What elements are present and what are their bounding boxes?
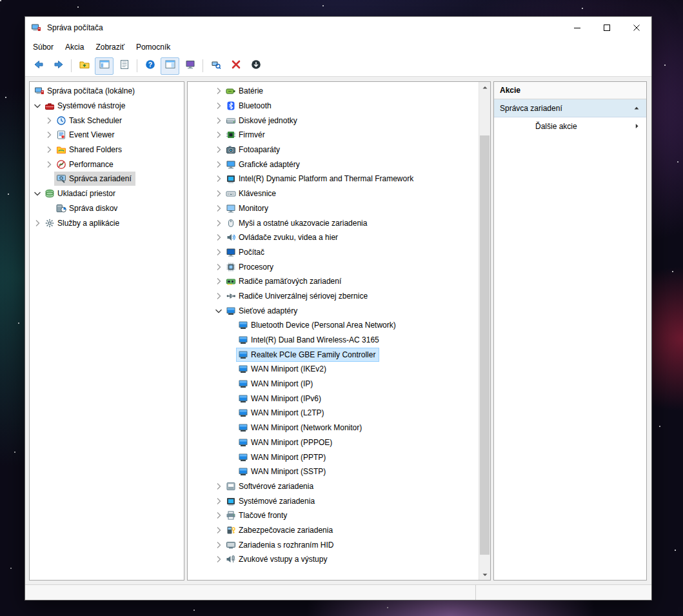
scan-hardware-button[interactable] (206, 57, 225, 75)
title-bar[interactable]: Správa počítača (25, 17, 651, 39)
tree-item[interactable]: Správca zariadení (30, 172, 184, 186)
tree-item-content[interactable]: Task Scheduler (54, 114, 126, 128)
close-button[interactable] (622, 17, 651, 39)
tree-item[interactable]: Shared Folders (30, 143, 184, 157)
scrollbar-track[interactable] (479, 93, 490, 569)
tree-item-content[interactable]: WAN Miniport (SSTP) (236, 464, 330, 479)
more-actions-item[interactable]: Ďalšie akcie (494, 117, 646, 135)
tree-item[interactable]: Intel(R) Dual Band Wireless-AC 3165 (188, 333, 479, 348)
chevron-down-icon[interactable] (32, 101, 43, 111)
remote-monitor-button[interactable] (181, 57, 199, 75)
forward-button[interactable] (49, 57, 68, 75)
chevron-right-icon[interactable] (213, 496, 224, 506)
minimize-button[interactable] (562, 17, 592, 39)
chevron-right-icon[interactable] (213, 481, 224, 492)
tree-item-content[interactable]: Intel(R) Dual Band Wireless-AC 3165 (236, 333, 383, 347)
chevron-right-icon[interactable] (44, 130, 54, 140)
tree-item-content[interactable]: Fotoaparáty (224, 143, 284, 157)
chevron-right-icon[interactable] (44, 159, 54, 170)
tree-item[interactable]: Task Scheduler (30, 113, 184, 128)
tree-item[interactable]: Myši a ostatné ukazovacie zariadenia (188, 215, 479, 230)
tree-item[interactable]: WAN Miniport (PPTP) (188, 450, 479, 464)
tree-item[interactable]: Klávesnice (188, 186, 479, 201)
chevron-right-icon[interactable] (213, 540, 224, 550)
tree-item-content[interactable]: Správa počítača (lokálne) (32, 84, 139, 98)
tree-item[interactable]: Zariadenia s rozhraním HID (188, 537, 479, 552)
scrollbar-thumb[interactable] (480, 135, 490, 554)
tree-item-content[interactable]: Sieťové adaptéry (224, 304, 301, 318)
chevron-right-icon[interactable] (213, 291, 224, 301)
tree-item[interactable]: Realtek PCIe GBE Family Controller (188, 347, 479, 362)
tree-item[interactable]: Softvérové zariadenia (188, 479, 479, 494)
maximize-button[interactable] (592, 17, 622, 39)
tree-item-content[interactable]: Ovládače zvuku, videa a hier (224, 230, 342, 244)
chevron-right-icon[interactable] (213, 130, 224, 140)
tree-item-content[interactable]: Správca zariadení (54, 172, 135, 186)
scroll-down-button[interactable] (479, 569, 490, 580)
chevron-right-icon[interactable] (44, 144, 54, 155)
tree-item-content[interactable]: WAN Miniport (IP) (236, 377, 317, 391)
tree-item-content[interactable]: Správa diskov (54, 201, 121, 215)
chevron-right-icon[interactable] (213, 276, 224, 286)
tree-item-content[interactable]: Zvukové vstupy a výstupy (224, 552, 331, 566)
tree-item[interactable]: Monitory (188, 201, 479, 216)
tree-item-content[interactable]: Grafické adaptéry (224, 157, 304, 172)
chevron-right-icon[interactable] (213, 203, 224, 214)
actions-section-device-manager[interactable]: Správca zariadení (494, 99, 646, 117)
tree-item[interactable]: Systémové zariadenia (188, 493, 479, 508)
tree-item-content[interactable]: Procesory (224, 260, 277, 274)
chevron-down-icon[interactable] (213, 306, 224, 316)
update-driver-button[interactable] (246, 57, 265, 75)
tree-item-content[interactable]: WAN Miniport (Network Monitor) (236, 421, 366, 435)
tree-item[interactable]: Tlačové fronty (188, 508, 479, 523)
scroll-up-button[interactable] (479, 82, 490, 93)
tree-item[interactable]: Sieťové adaptéry (188, 303, 479, 318)
tree-item-content[interactable]: Radiče Univerzálnej sériovej zbernice (224, 289, 371, 303)
chevron-right-icon[interactable] (213, 86, 224, 96)
tree-item-content[interactable]: Performance (54, 157, 117, 172)
help-button[interactable]: ? (141, 57, 159, 75)
tree-item-content[interactable]: Realtek PCIe GBE Family Controller (236, 348, 379, 362)
chevron-right-icon[interactable] (213, 159, 224, 170)
chevron-right-icon[interactable] (213, 218, 224, 228)
chevron-right-icon[interactable] (213, 144, 224, 155)
tree-item[interactable]: WAN Miniport (Network Monitor) (188, 421, 479, 435)
tree-item[interactable]: WAN Miniport (IP) (188, 377, 479, 392)
tree-item[interactable]: Firmvér (188, 128, 479, 143)
tree-item[interactable]: WAN Miniport (IKEv2) (188, 362, 479, 377)
tree-item[interactable]: Fotoaparáty (188, 143, 479, 157)
tree-item[interactable]: Performance (30, 157, 184, 172)
tree-item[interactable]: Zabezpečovacie zariadenia (188, 523, 479, 538)
tree-item-content[interactable]: Firmvér (224, 128, 269, 142)
tree-item-content[interactable]: Klávesnice (224, 186, 280, 201)
tree-item[interactable]: Procesory (188, 259, 479, 274)
tree-item-content[interactable]: Shared Folders (54, 143, 126, 157)
tree-item[interactable]: WAN Miniport (IPv6) (188, 391, 479, 406)
chevron-right-icon[interactable] (213, 262, 224, 272)
chevron-right-icon[interactable] (44, 115, 54, 126)
console-tree-button[interactable] (95, 57, 114, 75)
chevron-right-icon[interactable] (213, 247, 224, 257)
tree-item[interactable]: Intel(R) Dynamic Platform and Thermal Fr… (188, 172, 479, 186)
tree-item[interactable]: WAN Miniport (PPPOE) (188, 435, 479, 450)
chevron-right-icon[interactable] (213, 510, 224, 521)
tree-item[interactable]: Radiče Univerzálnej sériovej zbernice (188, 289, 479, 304)
tree-item-content[interactable]: Bluetooth (224, 99, 275, 113)
action-pane-button[interactable] (161, 57, 179, 75)
tree-item-content[interactable]: WAN Miniport (L2TP) (236, 406, 328, 420)
tree-item-content[interactable]: WAN Miniport (PPTP) (236, 450, 330, 464)
tree-item-content[interactable]: Systémové zariadenia (224, 494, 319, 508)
list-view-button[interactable] (115, 57, 134, 75)
menu-subor[interactable]: Súbor (27, 40, 59, 54)
tree-item[interactable]: Batérie (188, 84, 479, 99)
chevron-right-icon[interactable] (213, 525, 224, 535)
tree-item-content[interactable]: Počítač (224, 245, 268, 259)
tree-item[interactable]: Ovládače zvuku, videa a hier (188, 230, 479, 245)
chevron-right-icon[interactable] (213, 115, 224, 126)
vertical-scrollbar[interactable] (479, 82, 490, 580)
tree-item[interactable]: Grafické adaptéry (188, 157, 479, 172)
tree-item[interactable]: WAN Miniport (SSTP) (188, 464, 479, 479)
tree-item-content[interactable]: Radiče pamäťových zariadení (224, 274, 345, 288)
tree-item[interactable]: Ukladací priestor (30, 186, 184, 201)
tree-item-content[interactable]: Monitory (224, 201, 272, 215)
